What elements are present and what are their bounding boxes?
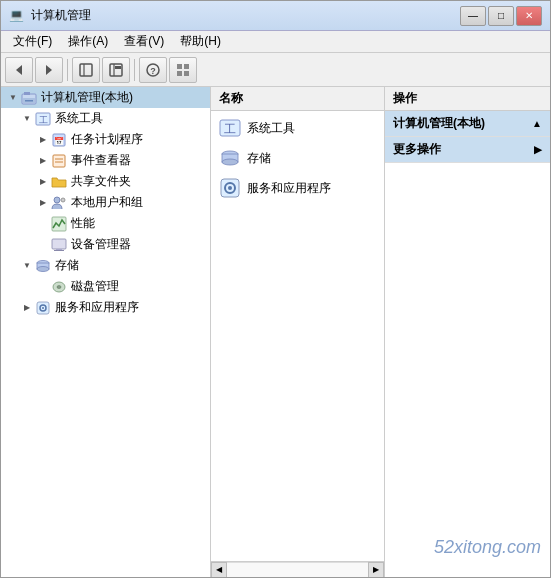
svg-rect-9 [177, 64, 182, 69]
right-section-more-title[interactable]: 更多操作 ▶ [385, 137, 550, 162]
disk-label: 磁盘管理 [71, 278, 119, 295]
tree-task-scheduler[interactable]: ▶ 📅 任务计划程序 [1, 129, 210, 150]
title-bar: 💻 计算机管理 — □ ✕ [1, 1, 550, 31]
middle-services-label: 服务和应用程序 [247, 180, 331, 197]
middle-item-services[interactable]: 服务和应用程序 [213, 173, 382, 203]
event-icon [51, 153, 67, 169]
main-window: 💻 计算机管理 — □ ✕ 文件(F) 操作(A) 查看(V) 帮助(H) [0, 0, 551, 578]
svg-point-37 [42, 307, 44, 309]
users-label: 本地用户和组 [71, 194, 143, 211]
close-button[interactable]: ✕ [516, 6, 542, 26]
middle-pane: 名称 工 系统工具 [211, 87, 385, 577]
middle-header: 名称 [211, 87, 384, 111]
tree-local-users[interactable]: ▶ 本地用户和组 [1, 192, 210, 213]
svg-rect-4 [110, 64, 122, 76]
middle-item-sys-tools[interactable]: 工 系统工具 [213, 113, 382, 143]
tree-services[interactable]: ▶ 服务和应用程序 [1, 297, 210, 318]
scroll-track[interactable] [227, 562, 368, 577]
right-section-more-label: 更多操作 [393, 141, 441, 158]
maximize-button[interactable]: □ [488, 6, 514, 26]
tree-root[interactable]: ▼ 计算机管理(本地) [1, 87, 210, 108]
svg-rect-12 [184, 71, 189, 76]
svg-text:?: ? [150, 66, 156, 76]
main-content: ▼ 计算机管理(本地) ▼ 工 [1, 87, 550, 577]
event-label: 事件查看器 [71, 152, 131, 169]
svg-text:工: 工 [224, 122, 236, 136]
svg-text:工: 工 [39, 115, 48, 125]
svg-point-34 [57, 285, 61, 288]
tree-storage[interactable]: ▼ 存储 [1, 255, 210, 276]
scroll-right-button[interactable]: ▶ [368, 562, 384, 578]
sys-tools-label: 系统工具 [55, 110, 103, 127]
tree-device-manager[interactable]: 设备管理器 [1, 234, 210, 255]
perf-icon [51, 216, 67, 232]
device-icon [51, 237, 67, 253]
middle-sys-tools-icon: 工 [219, 117, 241, 139]
menu-action[interactable]: 操作(A) [60, 31, 116, 52]
help-button[interactable]: ? [139, 57, 167, 83]
event-arrow: ▶ [35, 153, 51, 169]
users-arrow: ▶ [35, 195, 51, 211]
tree-system-tools[interactable]: ▼ 工 系统工具 [1, 108, 210, 129]
tree-shared-folders[interactable]: ▶ 共享文件夹 [1, 171, 210, 192]
storage-label: 存储 [55, 257, 79, 274]
right-section-more-arrow: ▶ [534, 144, 542, 155]
svg-marker-0 [16, 65, 22, 75]
menu-file[interactable]: 文件(F) [5, 31, 60, 52]
back-button[interactable] [5, 57, 33, 83]
device-label: 设备管理器 [71, 236, 131, 253]
right-section-computer: 计算机管理(本地) ▲ [385, 111, 550, 137]
middle-storage-icon [219, 147, 241, 169]
tree-performance[interactable]: 性能 [1, 213, 210, 234]
shared-icon [51, 174, 67, 190]
up-button[interactable] [102, 57, 130, 83]
view-button[interactable] [169, 57, 197, 83]
minimize-button[interactable]: — [460, 6, 486, 26]
menu-help[interactable]: 帮助(H) [172, 31, 229, 52]
svg-rect-27 [52, 239, 66, 249]
svg-point-24 [54, 197, 60, 203]
right-section-computer-arrow: ▲ [532, 118, 542, 129]
root-label: 计算机管理(本地) [41, 89, 133, 106]
right-header: 操作 [385, 87, 550, 111]
storage-arrow: ▼ [19, 258, 35, 274]
root-arrow: ▼ [5, 90, 21, 106]
svg-point-42 [222, 159, 238, 165]
svg-rect-14 [24, 92, 30, 95]
toolbar-separator-1 [67, 59, 68, 81]
svg-marker-1 [46, 65, 52, 75]
show-hide-button[interactable] [72, 57, 100, 83]
title-bar-left: 💻 计算机管理 [9, 7, 91, 24]
task-icon: 📅 [51, 132, 67, 148]
forward-button[interactable] [35, 57, 63, 83]
menu-view[interactable]: 查看(V) [116, 31, 172, 52]
middle-list: 工 系统工具 存储 [211, 111, 384, 561]
middle-services-icon [219, 177, 241, 199]
right-pane: 操作 计算机管理(本地) ▲ 更多操作 ▶ [385, 87, 550, 577]
middle-storage-label: 存储 [247, 150, 271, 167]
svg-rect-16 [25, 100, 33, 102]
window-icon: 💻 [9, 8, 25, 24]
right-section-more: 更多操作 ▶ [385, 137, 550, 163]
title-controls: — □ ✕ [460, 6, 542, 26]
task-arrow: ▶ [35, 132, 51, 148]
svg-point-25 [61, 198, 65, 202]
root-icon [21, 90, 37, 106]
toolbar-separator-2 [134, 59, 135, 81]
svg-rect-6 [115, 66, 121, 69]
tree-event-viewer[interactable]: ▶ 事件查看器 [1, 150, 210, 171]
device-arrow [35, 237, 51, 253]
svg-rect-29 [54, 250, 64, 251]
middle-item-storage[interactable]: 存储 [213, 143, 382, 173]
tree-disk-management[interactable]: 磁盘管理 [1, 276, 210, 297]
services-arrow: ▶ [19, 300, 35, 316]
middle-sys-tools-label: 系统工具 [247, 120, 295, 137]
right-section-computer-title[interactable]: 计算机管理(本地) ▲ [385, 111, 550, 136]
menu-bar: 文件(F) 操作(A) 查看(V) 帮助(H) [1, 31, 550, 53]
svg-point-32 [37, 266, 49, 271]
services-icon [35, 300, 51, 316]
svg-point-45 [228, 186, 232, 190]
sys-tools-icon: 工 [35, 111, 51, 127]
task-label: 任务计划程序 [71, 131, 143, 148]
scroll-left-button[interactable]: ◀ [211, 562, 227, 578]
